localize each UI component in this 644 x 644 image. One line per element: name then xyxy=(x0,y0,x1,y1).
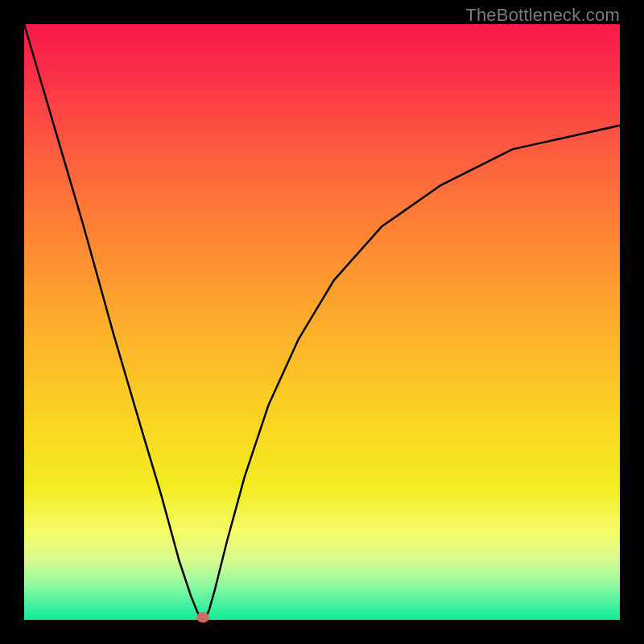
line-curve xyxy=(24,24,620,620)
plot-area xyxy=(24,24,620,620)
watermark-text: TheBottleneck.com xyxy=(465,5,620,26)
data-marker-dot xyxy=(196,613,209,623)
chart-outer-frame: TheBottleneck.com xyxy=(0,0,644,644)
